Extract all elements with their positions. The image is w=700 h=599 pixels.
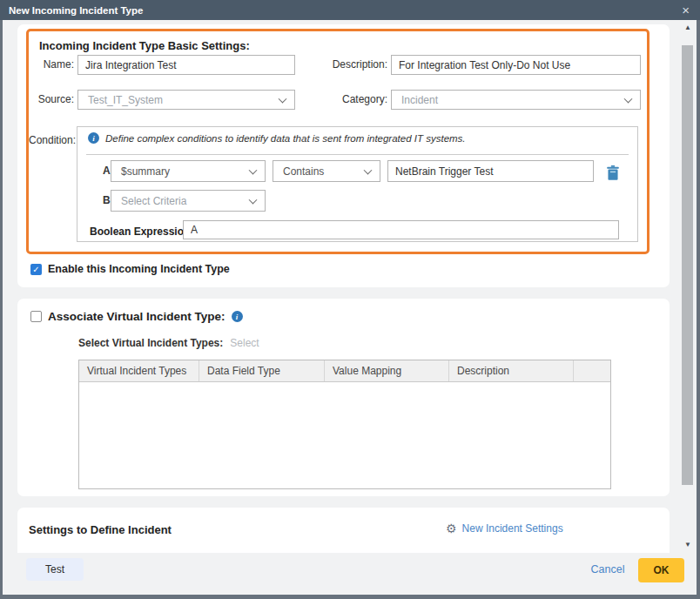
- boolean-expression-input[interactable]: [183, 220, 619, 239]
- condition-row-a-key: A: [103, 160, 111, 182]
- virtual-incident-table: Virtual Incident Types Data Field Type V…: [78, 360, 611, 489]
- name-input[interactable]: [77, 55, 295, 75]
- column-header-data-field-type: Data Field Type: [199, 360, 325, 381]
- chevron-down-icon: [279, 94, 287, 103]
- dialog-content: Incoming Incident Type Basic Settings: N…: [3, 20, 697, 595]
- close-icon[interactable]: ×: [680, 3, 691, 17]
- ok-button[interactable]: OK: [638, 558, 684, 582]
- test-button[interactable]: Test: [26, 558, 84, 581]
- column-header-description: Description: [449, 360, 574, 381]
- category-select-value: Incident: [401, 94, 438, 106]
- enable-incident-type-label: Enable this Incoming Incident Type: [48, 263, 230, 275]
- condition-box: i Define complex conditions to identify …: [77, 126, 638, 242]
- condition-row-b-key: B: [103, 190, 111, 212]
- condition-hint-row: i Define complex conditions to identify …: [88, 132, 466, 144]
- dialog-footer: Test Cancel OK: [3, 553, 697, 595]
- condition-a-value-input[interactable]: [387, 160, 594, 182]
- source-label: Source:: [29, 90, 74, 110]
- select-virtual-types-link[interactable]: Select: [230, 337, 259, 349]
- description-input[interactable]: [391, 55, 641, 75]
- condition-a-criteria-select[interactable]: $summary: [111, 160, 266, 182]
- source-select[interactable]: Test_IT_System: [77, 90, 295, 110]
- new-incident-settings-link[interactable]: ⚙ New Incident Settings: [446, 522, 563, 535]
- checkbox-unchecked-icon[interactable]: [30, 311, 42, 322]
- source-select-value: Test_IT_System: [88, 94, 163, 106]
- gear-icon: ⚙: [446, 522, 457, 535]
- condition-label: Condition:: [29, 131, 74, 151]
- category-label: Category:: [316, 90, 387, 110]
- vertical-scrollbar: ▲ ▼: [679, 22, 697, 551]
- define-incident-card: Settings to Define Incident ⚙ New Incide…: [17, 508, 670, 553]
- boolean-expression-label: Boolean Expression:: [90, 222, 193, 241]
- info-icon: i: [232, 311, 243, 322]
- select-virtual-types-row: Select Virtual Incident Types: Select: [78, 337, 259, 349]
- virtual-incident-card: Associate Virtual Incident Type: i Selec…: [17, 299, 670, 496]
- description-label: Description:: [316, 55, 387, 75]
- dialog-window: New Incoming Incident Type × Incoming In…: [0, 0, 700, 599]
- cancel-button[interactable]: Cancel: [582, 563, 633, 575]
- define-incident-heading: Settings to Define Incident: [29, 523, 172, 536]
- condition-a-criteria-value: $summary: [121, 165, 170, 178]
- chevron-down-icon: [249, 165, 258, 174]
- condition-b-criteria-select[interactable]: Select Criteria: [111, 190, 266, 212]
- chevron-down-icon: [624, 94, 633, 103]
- associate-virtual-label: Associate Virtual Incident Type:: [48, 310, 225, 323]
- basic-settings-heading: Incoming Incident Type Basic Settings:: [39, 39, 250, 52]
- divider: [86, 154, 629, 155]
- condition-a-operator-select[interactable]: Contains: [273, 160, 380, 182]
- column-header-virtual-incident-types: Virtual Incident Types: [79, 360, 199, 381]
- name-label: Name:: [29, 55, 74, 75]
- dialog-title: New Incoming Incident Type: [9, 5, 143, 16]
- column-header-value-mapping: Value Mapping: [325, 360, 449, 381]
- condition-b-criteria-value: Select Criteria: [121, 195, 186, 207]
- info-icon: i: [88, 132, 99, 144]
- chevron-down-icon: [249, 195, 258, 204]
- chevron-down-icon: [364, 165, 373, 174]
- table-header-row: Virtual Incident Types Data Field Type V…: [79, 360, 610, 382]
- scroll-up-icon[interactable]: ▲: [679, 22, 697, 34]
- scroll-down-icon[interactable]: ▼: [679, 539, 697, 551]
- select-virtual-types-label: Select Virtual Incident Types:: [78, 337, 223, 349]
- scrollbar-thumb[interactable]: [682, 45, 693, 485]
- column-header-empty: [574, 360, 610, 381]
- basic-settings-highlight-box: Incoming Incident Type Basic Settings: N…: [26, 29, 650, 254]
- trash-icon[interactable]: [605, 165, 621, 182]
- associate-virtual-checkbox-row[interactable]: Associate Virtual Incident Type: i: [30, 310, 243, 323]
- checkbox-checked-icon[interactable]: ✓: [30, 264, 42, 275]
- category-select[interactable]: Incident: [391, 90, 641, 110]
- condition-hint-text: Define complex conditions to identify da…: [105, 133, 466, 144]
- enable-incident-type-checkbox-row[interactable]: ✓ Enable this Incoming Incident Type: [30, 263, 230, 275]
- new-incident-settings-label: New Incident Settings: [462, 522, 563, 535]
- dialog-titlebar: New Incoming Incident Type ×: [0, 0, 700, 20]
- basic-settings-card: Incoming Incident Type Basic Settings: N…: [17, 24, 670, 287]
- condition-a-operator-value: Contains: [283, 165, 324, 178]
